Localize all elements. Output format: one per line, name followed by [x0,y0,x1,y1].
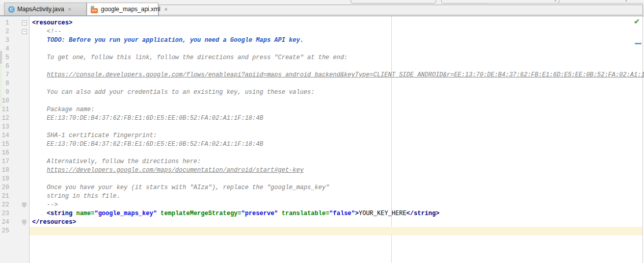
code-text: TODO: Before you run your application, y… [32,36,644,45]
code-line: 23 <string name="google_maps_key" templa… [0,209,644,218]
line-number: 4 [0,45,9,54]
code-line: 9 You can also add your credentials to a… [0,88,644,97]
code-text: To get one, follow this link, follow the… [32,54,644,62]
code-text: SHA-1 certificate fingerprint: [32,132,644,140]
code-line: 13 [0,123,644,132]
close-icon[interactable]: × [68,7,71,12]
toolbar-fragment-left [351,0,436,4]
code-line: 2− <!-- [0,28,644,36]
line-number: 22 [0,201,9,209]
line-number: 11 [0,106,9,114]
line-number: 12 [0,114,9,123]
code-line: 8 [0,80,644,88]
xml-file-icon: <> [91,6,98,13]
tab-google-maps-api-xml[interactable]: <> google_maps_api.xml × [87,3,158,16]
java-class-icon: C [8,6,15,13]
fold-marker-end[interactable] [22,220,26,225]
editor-tab-bar: C MapsActivity.java × <> google_maps_api… [0,4,644,16]
line-number: 10 [0,97,9,106]
code-text: https://console.developers.google.com/fl… [32,71,644,80]
code-line: 5 To get one, follow this link, follow t… [0,54,644,62]
line-number: 25 [0,227,9,235]
line-number: 21 [0,192,9,201]
line-number: 15 [0,140,9,149]
code-text: <resources> [32,19,644,28]
code-line: 10 [0,97,644,106]
code-line: 19 [0,175,644,183]
tab-label: google_maps_api.xml [101,6,160,13]
code-text: --> [32,201,644,209]
code-area[interactable]: 1−<resources>2− <!--3 TODO: Before you r… [0,19,644,235]
code-line: 24</resources> [0,218,644,227]
code-line: 11 Package name: [0,106,644,114]
line-number: 9 [0,88,9,97]
line-number: 1 [0,19,9,28]
line-number: 24 [0,218,9,227]
fold-marker-open[interactable]: − [22,20,27,25]
code-line: 12 EE:13:70:DE:B4:37:62:FB:E1:6D:E5:EE:0… [0,114,644,123]
code-text: EE:13:70:DE:B4:37:62:FB:E1:6D:E5:EE:0B:5… [32,114,644,123]
line-number: 8 [0,80,9,88]
code-text: https://developers.google.com/maps/docum… [32,166,644,175]
tab-mapsactivity-java[interactable]: C MapsActivity.java × [4,3,87,16]
line-number: 23 [0,209,9,218]
code-line: 18 https://developers.google.com/maps/do… [0,166,644,175]
code-line: 3 TODO: Before you run your application,… [0,36,644,45]
error-stripe-todo-mark[interactable] [635,43,641,44]
code-line: 7 https://console.developers.google.com/… [0,71,644,80]
code-text: Once you have your key (it starts with "… [32,183,644,192]
line-number: 7 [0,71,9,80]
caret-line-highlight [30,227,642,235]
code-text: EE:13:70:DE:B4:37:62:FB:E1:6D:E5:EE:0B:5… [32,140,644,149]
toolbar-fragment-line [489,3,643,4]
toolbar-fragment-tick [555,0,556,2]
line-number: 5 [0,54,9,62]
code-line: 20 Once you have your key (it starts wit… [0,183,644,192]
tab-strip-empty-area [158,5,643,15]
code-line: 4 [0,45,644,54]
line-number: 6 [0,62,9,71]
line-number: 14 [0,132,9,140]
code-line: 6 [0,62,644,71]
line-number: 20 [0,183,9,192]
code-line: 17 Alternatively, follow the directions … [0,157,644,166]
code-line: 1−<resources> [0,19,644,28]
tab-label: MapsActivity.java [17,6,64,13]
code-text: You can also add your credentials to an … [32,88,644,97]
line-number: 2 [0,28,9,36]
line-number: 19 [0,175,9,183]
code-line: 25 [0,227,644,235]
line-number: 16 [0,149,9,157]
code-text: <string name="google_maps_key" templateM… [32,209,644,218]
code-line: 21 string in this file. [0,192,644,201]
code-line: 22 --> [0,201,644,209]
toolbar-fragment-tick [626,0,627,2]
code-text: </resources> [32,218,644,227]
close-icon[interactable]: × [165,7,168,12]
code-text: Package name: [32,106,644,114]
line-number: 18 [0,166,9,175]
line-number: 17 [0,157,9,166]
code-text: <!-- [32,28,644,36]
inspection-status-icon[interactable]: ✔ [634,17,640,25]
line-number: 3 [0,36,9,45]
code-text: Alternatively, follow the directions her… [32,157,644,166]
code-line: 16 [0,149,644,157]
fold-marker-open[interactable]: − [22,29,27,34]
code-line: 15 EE:13:70:DE:B4:37:62:FB:E1:6D:E5:EE:0… [0,140,644,149]
code-line: 14 SHA-1 certificate fingerprint: [0,132,644,140]
fold-marker-end[interactable] [22,202,26,208]
line-number: 13 [0,123,9,132]
code-text: string in this file. [32,192,644,201]
